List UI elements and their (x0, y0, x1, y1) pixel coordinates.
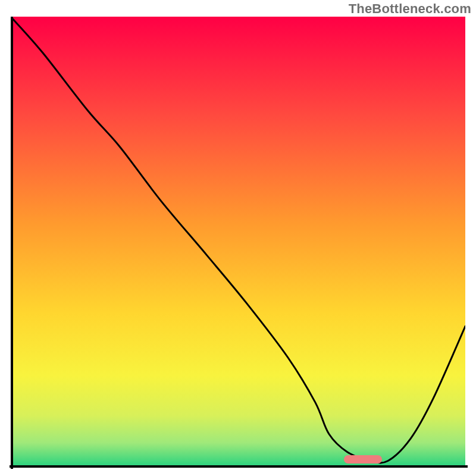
x-axis (10, 465, 468, 468)
chart-container: TheBottleneck.com (0, 0, 476, 476)
plot-area (11, 17, 465, 465)
y-axis (11, 17, 13, 469)
watermark-text: TheBottleneck.com (349, 1, 471, 17)
curve-line (11, 17, 465, 465)
curve-path (11, 17, 465, 463)
optimum-marker (344, 455, 382, 464)
